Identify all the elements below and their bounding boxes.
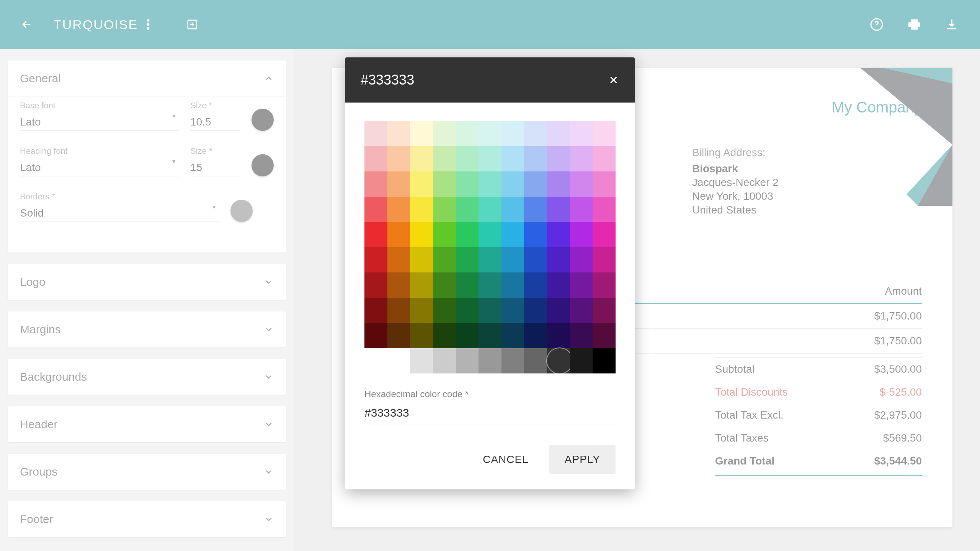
color-swatch[interactable] [410,323,433,348]
color-swatch[interactable] [410,121,433,146]
color-swatch[interactable] [593,146,616,171]
color-swatch[interactable] [570,222,593,247]
color-swatch[interactable] [547,146,570,171]
color-swatch[interactable] [456,121,479,146]
color-swatch[interactable] [501,222,524,247]
color-swatch[interactable] [593,247,616,272]
grey-swatch[interactable] [433,348,456,373]
color-swatch[interactable] [433,197,456,222]
modal-overlay[interactable]: #333333 Hexadecimal color code * CANCEL … [0,0,980,551]
color-swatch[interactable] [524,171,547,197]
grey-swatch[interactable] [570,348,593,373]
color-swatch[interactable] [456,247,479,272]
color-swatch[interactable] [570,197,593,222]
color-swatch[interactable] [364,197,387,222]
color-swatch[interactable] [433,171,456,197]
color-swatch[interactable] [387,171,410,197]
color-swatch[interactable] [524,146,547,171]
color-swatch[interactable] [364,171,387,197]
color-swatch[interactable] [387,146,410,171]
color-swatch[interactable] [387,121,410,146]
color-swatch[interactable] [593,272,616,298]
color-swatch[interactable] [593,323,616,348]
color-swatch[interactable] [387,272,410,298]
grey-swatch[interactable] [410,348,433,373]
color-swatch[interactable] [570,146,593,171]
color-swatch[interactable] [387,323,410,348]
color-swatch[interactable] [410,171,433,197]
color-swatch[interactable] [364,272,387,298]
color-swatch[interactable] [593,298,616,323]
color-swatch[interactable] [547,197,570,222]
color-swatch[interactable] [387,247,410,272]
grey-swatch[interactable] [524,348,547,373]
hex-code-input[interactable] [364,402,616,424]
color-swatch[interactable] [387,222,410,247]
color-swatch[interactable] [479,222,501,247]
color-swatch[interactable] [593,197,616,222]
color-swatch[interactable] [410,197,433,222]
color-swatch[interactable] [433,121,456,146]
color-swatch[interactable] [570,298,593,323]
grey-swatch[interactable] [479,348,501,373]
color-swatch[interactable] [547,171,570,197]
color-swatch[interactable] [410,272,433,298]
color-swatch[interactable] [410,146,433,171]
color-swatch[interactable] [364,298,387,323]
color-swatch[interactable] [479,298,501,323]
color-swatch[interactable] [524,222,547,247]
color-swatch[interactable] [433,247,456,272]
color-swatch[interactable] [547,323,570,348]
color-swatch[interactable] [501,171,524,197]
color-swatch[interactable] [456,323,479,348]
color-swatch[interactable] [547,222,570,247]
color-swatch[interactable] [456,222,479,247]
color-swatch[interactable] [570,247,593,272]
color-swatch[interactable] [479,121,501,146]
color-swatch[interactable] [501,298,524,323]
color-swatch[interactable] [364,247,387,272]
color-swatch[interactable] [479,247,501,272]
color-swatch[interactable] [593,222,616,247]
color-swatch[interactable] [387,197,410,222]
grey-swatch[interactable] [501,348,524,373]
color-swatch[interactable] [524,272,547,298]
color-swatch[interactable] [456,197,479,222]
color-swatch[interactable] [364,323,387,348]
color-swatch[interactable] [593,171,616,197]
color-swatch[interactable] [387,298,410,323]
color-swatch[interactable] [524,197,547,222]
color-swatch[interactable] [501,247,524,272]
color-swatch[interactable] [501,272,524,298]
color-swatch[interactable] [570,323,593,348]
color-swatch[interactable] [501,121,524,146]
color-swatch[interactable] [364,146,387,171]
color-swatch[interactable] [547,121,570,146]
color-swatch[interactable] [410,247,433,272]
color-swatch[interactable] [456,298,479,323]
color-swatch[interactable] [364,222,387,247]
color-swatch[interactable] [433,323,456,348]
color-swatch[interactable] [524,298,547,323]
apply-button[interactable]: APPLY [549,445,616,474]
color-swatch[interactable] [479,197,501,222]
color-swatch[interactable] [456,146,479,171]
color-swatch[interactable] [570,121,593,146]
color-swatch[interactable] [547,272,570,298]
color-swatch[interactable] [593,121,616,146]
color-swatch[interactable] [547,298,570,323]
color-swatch[interactable] [410,298,433,323]
color-swatch[interactable] [433,146,456,171]
color-swatch[interactable] [570,272,593,298]
color-swatch[interactable] [364,121,387,146]
color-swatch[interactable] [501,323,524,348]
color-swatch[interactable] [547,247,570,272]
color-swatch[interactable] [479,323,501,348]
color-swatch[interactable] [501,146,524,171]
cancel-button[interactable]: CANCEL [467,445,544,474]
grey-swatch[interactable] [387,348,410,373]
color-swatch[interactable] [479,146,501,171]
color-swatch[interactable] [524,247,547,272]
color-swatch[interactable] [570,171,593,197]
grey-swatch-selected[interactable] [547,348,570,373]
